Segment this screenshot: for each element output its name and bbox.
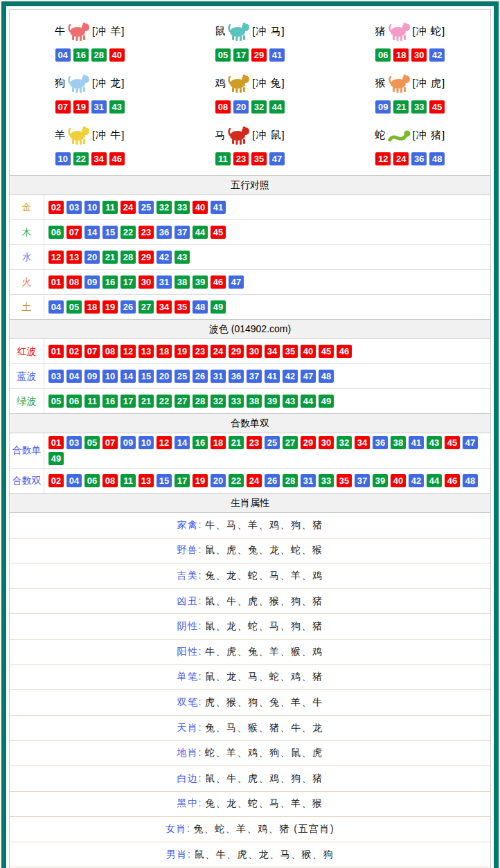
number-ball: 43 — [109, 100, 125, 114]
number-ball: 41 — [409, 436, 424, 449]
zodiac-numbers: 11233547 — [170, 152, 330, 165]
row-balls: 0108091617303138394647 — [44, 270, 490, 294]
number-ball: 29 — [139, 251, 154, 264]
number-ball: 46 — [337, 345, 352, 358]
number-ball: 46 — [445, 474, 460, 487]
attribute-label: 单笔: — [177, 671, 202, 683]
number-ball: 47 — [229, 275, 244, 289]
bose-rows: 红波0102070812131819232429303435404546蓝波03… — [10, 339, 490, 413]
number-ball: 17 — [175, 474, 190, 487]
number-ball: 22 — [157, 395, 172, 408]
main-table-frame: 牛[冲 羊]04162840鼠[冲 马]05172941猪[冲 蛇]061830… — [1, 1, 499, 868]
number-row: 合数单0103050709101214161821232527293032343… — [10, 433, 490, 469]
zodiac-clash-grid: 牛[冲 羊]04162840鼠[冲 马]05172941猪[冲 蛇]061830… — [10, 10, 490, 175]
number-row: 合数双0204060811131517192022242628313335373… — [10, 469, 490, 493]
number-ball: 04 — [66, 474, 82, 487]
section-header-wuxing: 五行对照 — [10, 175, 490, 195]
row-balls: 05061116172122272832333839434449 — [44, 389, 490, 413]
zodiac-numbers: 10223446 — [10, 152, 170, 165]
row-label: 蓝波 — [10, 364, 44, 388]
number-ball: 09 — [375, 100, 391, 114]
number-ball: 25 — [175, 370, 190, 383]
attribute-value: 兔、马、猴、猪、牛、龙 — [205, 722, 323, 734]
number-ball: 12 — [120, 345, 136, 358]
zodiac-title: 蛇[冲 猪] — [330, 121, 490, 149]
number-ball: 47 — [463, 436, 478, 449]
number-ball: 49 — [211, 300, 226, 314]
number-ball: 08 — [102, 474, 118, 487]
number-ball: 30 — [319, 436, 334, 449]
number-ball: 45 — [319, 345, 334, 358]
attribute-row: 白边:鼠、牛、虎、鸡、狗、猪 — [10, 766, 490, 792]
number-ball: 44 — [301, 395, 316, 408]
number-ball: 25 — [265, 436, 280, 449]
zodiac-animal-label: 猴 — [375, 77, 386, 90]
number-ball: 18 — [157, 345, 172, 358]
number-ball: 40 — [301, 345, 316, 358]
number-ball: 14 — [175, 436, 190, 449]
attribute-value: 虎、猴、狗、兔、羊、牛 — [205, 696, 323, 709]
number-ball: 40 — [391, 474, 406, 487]
number-ball: 34 — [157, 300, 172, 314]
number-ball: 11 — [215, 152, 231, 165]
zodiac-numbers: 07193143 — [10, 100, 170, 114]
attribute-row: 家禽:牛、马、羊、鸡、狗、猪 — [10, 513, 490, 539]
number-ball: 35 — [337, 474, 352, 487]
number-ball: 37 — [355, 474, 370, 487]
number-ball: 29 — [229, 345, 244, 358]
number-ball: 42 — [283, 370, 298, 383]
number-ball: 24 — [393, 152, 409, 165]
number-ball: 03 — [48, 370, 64, 383]
number-ball: 35 — [175, 300, 190, 314]
zodiac-numbers: 06183042 — [330, 48, 490, 62]
number-ball: 07 — [84, 345, 100, 358]
attribute-value: 兔、龙、蛇、马、羊、鸡 — [205, 570, 323, 582]
number-ball: 19 — [102, 300, 118, 314]
number-ball: 24 — [247, 474, 262, 487]
zodiac-title: 牛[冲 羊] — [10, 17, 170, 45]
number-ball: 49 — [319, 395, 334, 408]
row-balls: 02031011242532334041 — [44, 195, 490, 219]
number-ball: 36 — [411, 152, 427, 165]
row-label: 火 — [10, 270, 44, 294]
number-ball: 38 — [175, 275, 190, 289]
number-ball: 11 — [102, 201, 118, 214]
number-ball: 10 — [84, 201, 100, 214]
row-balls: 1213202128294243 — [44, 245, 490, 269]
attribute-label: 天肖: — [177, 722, 202, 734]
number-ball: 03 — [66, 436, 82, 449]
attribute-value: 鼠、牛、虎、鸡、狗、猪 — [205, 772, 323, 785]
row-label: 木 — [10, 220, 44, 244]
number-ball: 05 — [48, 395, 64, 408]
number-ball: 36 — [157, 226, 172, 239]
number-ball: 44 — [427, 474, 442, 487]
number-row: 金02031011242532334041 — [10, 195, 490, 220]
number-ball: 28 — [91, 48, 107, 62]
attribute-row: 双笔:虎、猴、狗、兔、羊、牛 — [10, 690, 490, 716]
zodiac-animal-label: 鼠 — [215, 25, 226, 38]
number-ball: 31 — [91, 100, 107, 114]
number-ball: 18 — [211, 436, 226, 449]
number-ball: 28 — [193, 395, 208, 408]
zodiac-title: 猴[冲 虎] — [330, 69, 490, 97]
attribute-label: 野兽: — [177, 544, 202, 557]
attribute-value: 鼠、牛、虎、龙、马、猴、狗 — [194, 849, 334, 861]
number-ball: 02 — [66, 345, 82, 358]
number-ball: 40 — [109, 48, 125, 62]
number-ball: 21 — [102, 251, 118, 264]
number-ball: 39 — [265, 395, 280, 408]
number-ball: 48 — [193, 300, 208, 314]
number-ball: 02 — [48, 201, 64, 214]
number-ball: 15 — [139, 370, 154, 383]
zodiac-clash-label: [冲 蛇] — [413, 25, 446, 38]
pig-icon — [388, 21, 411, 42]
number-ball: 10 — [55, 152, 71, 165]
number-row: 红波0102070812131819232429303435404546 — [10, 339, 490, 364]
number-ball: 41 — [211, 201, 226, 214]
attribute-value: 鼠、龙、马、蛇、鸡、猪 — [205, 671, 323, 683]
row-label: 合数单 — [10, 433, 44, 468]
number-ball: 30 — [139, 275, 154, 289]
number-ball: 47 — [301, 370, 316, 383]
zodiac-numbers: 08203244 — [170, 100, 330, 114]
zodiac-clash-label: [冲 鼠] — [252, 129, 285, 142]
